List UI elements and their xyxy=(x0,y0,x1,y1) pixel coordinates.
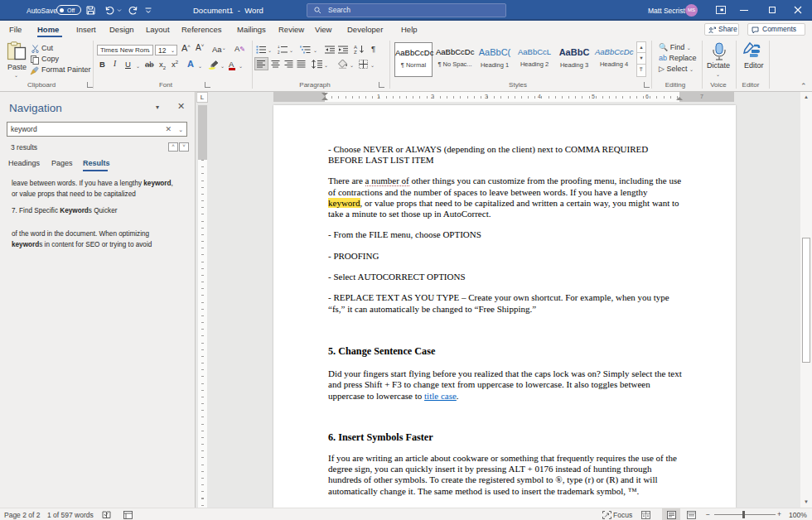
svg-text:1: 1 xyxy=(278,46,280,49)
svg-text:Z: Z xyxy=(354,50,357,54)
svg-text:2: 2 xyxy=(278,51,280,54)
